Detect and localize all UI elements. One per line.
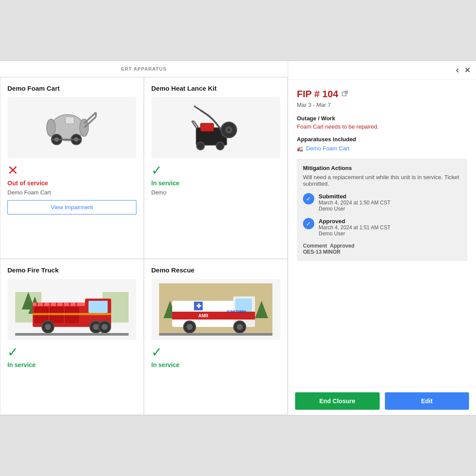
fip-date: Mar 3 - Mar 7 bbox=[297, 102, 467, 108]
svg-rect-1 bbox=[51, 123, 84, 132]
apparatus-link-text: Demo Foam Cart bbox=[306, 145, 350, 152]
detail-content: FIP # 104 Mar 3 - Mar 7 Outage / Work Fo… bbox=[288, 80, 476, 387]
svg-rect-12 bbox=[65, 117, 74, 124]
comment-value: Approved bbox=[330, 243, 354, 249]
svg-point-46 bbox=[93, 324, 99, 330]
heat-lance-status-icon: ✓ bbox=[151, 163, 162, 178]
fip-number: FIP # 104 bbox=[297, 88, 338, 100]
rescue-image: ✚ AMR AMBULANCE bbox=[151, 279, 280, 340]
card-title-foam-cart: Demo Foam Cart bbox=[7, 85, 60, 92]
svg-text:AMR: AMR bbox=[198, 313, 209, 318]
foam-cart-svg bbox=[44, 104, 100, 152]
svg-point-19 bbox=[197, 142, 204, 150]
mitigation-title: Mitigation Actions bbox=[303, 165, 461, 171]
foam-cart-subtitle: Demo Foam Cart bbox=[7, 189, 51, 196]
svg-point-20 bbox=[216, 142, 224, 150]
fire-truck-image bbox=[7, 279, 136, 340]
timeline-approved: ✓ Approved March 4, 2024 at 1:51 AM CST … bbox=[303, 218, 461, 237]
svg-line-18 bbox=[194, 106, 201, 110]
svg-point-65 bbox=[237, 324, 243, 330]
external-link-icon[interactable] bbox=[342, 91, 348, 98]
approved-check-icon: ✓ bbox=[303, 218, 314, 229]
fire-truck-svg bbox=[15, 283, 129, 336]
modal-container: ERT APPARATUS Demo Foam Cart bbox=[0, 61, 476, 415]
foam-cart-status-text: Out of service bbox=[7, 180, 48, 187]
apparatus-card-foam-cart: Demo Foam Cart bbox=[0, 77, 144, 259]
svg-point-48 bbox=[102, 324, 108, 330]
close-button[interactable]: ✕ bbox=[464, 65, 471, 76]
end-closure-button[interactable]: End Closure bbox=[295, 392, 380, 410]
submitted-date: March 4, 2024 at 1:50 AM CST bbox=[319, 200, 391, 206]
detail-panel: ‹ ✕ FIP # 104 Mar 3 - Mar 7 Outage / Wor… bbox=[288, 61, 476, 415]
card-title-heat-lance: Demo Heat Lance Kit bbox=[151, 85, 217, 92]
submitted-check-icon: ✓ bbox=[303, 193, 314, 204]
comment-label: Comment bbox=[303, 243, 327, 249]
rescue-svg: ✚ AMR AMBULANCE bbox=[159, 283, 272, 336]
mitigation-text: Will need a replacement unit while this … bbox=[303, 174, 461, 187]
svg-text:✚: ✚ bbox=[196, 303, 201, 309]
svg-rect-30 bbox=[88, 301, 108, 313]
apparatus-link[interactable]: 🚛 Demo Foam Cart bbox=[297, 145, 467, 152]
truck-icon: 🚛 bbox=[297, 146, 303, 152]
heat-lance-status-text: In service bbox=[151, 180, 180, 187]
mitigation-box: Mitigation Actions Will need a replaceme… bbox=[297, 159, 467, 261]
approved-label: Approved bbox=[319, 218, 391, 224]
modal-title: ERT APPARATUS bbox=[121, 66, 167, 71]
rescue-status-icon: ✓ bbox=[151, 344, 162, 360]
approved-date: March 4, 2024 at 1:51 AM CST bbox=[319, 224, 391, 231]
card-title-fire-truck: Demo Fire Truck bbox=[7, 266, 59, 274]
detail-footer: End Closure Edit bbox=[288, 387, 476, 415]
detail-header: ‹ ✕ bbox=[288, 61, 476, 80]
view-impairment-button[interactable]: View Impairment bbox=[7, 200, 136, 214]
svg-rect-14 bbox=[201, 123, 214, 131]
foam-cart-image bbox=[7, 97, 136, 158]
comment-section: Comment Approved OES-13 MINOR bbox=[303, 243, 461, 255]
heat-lance-svg bbox=[187, 104, 244, 152]
approved-user: Demo User bbox=[319, 231, 391, 237]
modal-header: ERT APPARATUS bbox=[0, 61, 288, 77]
timeline-submitted: ✓ Submitted March 4, 2024 at 1:50 AM CST… bbox=[303, 193, 461, 212]
apparatus-card-fire-truck: Demo Fire Truck bbox=[0, 259, 144, 415]
svg-rect-31 bbox=[33, 303, 85, 306]
submitted-label: Submitted bbox=[319, 193, 391, 200]
apparatus-card-rescue: Demo Rescue bbox=[144, 259, 288, 415]
submitted-user: Demo User bbox=[319, 206, 391, 212]
apparatuses-label: Apparatuses included bbox=[297, 136, 467, 143]
edit-button[interactable]: Edit bbox=[385, 392, 469, 410]
apparatus-list-panel: ERT APPARATUS Demo Foam Cart bbox=[0, 61, 288, 415]
svg-point-63 bbox=[187, 324, 193, 330]
heat-lance-image bbox=[151, 97, 280, 158]
svg-rect-55 bbox=[235, 299, 252, 312]
svg-point-2 bbox=[47, 119, 55, 136]
foam-cart-status-icon: ✕ bbox=[7, 163, 18, 178]
svg-rect-42 bbox=[33, 313, 111, 315]
svg-rect-66 bbox=[159, 333, 272, 336]
apparatus-card-heat-lance: Demo Heat Lance Kit bbox=[144, 77, 288, 259]
back-button[interactable]: ‹ bbox=[456, 65, 459, 76]
fire-truck-status-text: In service bbox=[7, 361, 36, 368]
svg-point-17 bbox=[228, 129, 230, 131]
card-title-rescue: Demo Rescue bbox=[151, 266, 194, 274]
rescue-status-text: In service bbox=[151, 361, 180, 368]
svg-rect-49 bbox=[15, 333, 129, 336]
svg-text:AMBULANCE: AMBULANCE bbox=[227, 310, 246, 313]
svg-point-44 bbox=[45, 324, 51, 330]
comment-sub: OES-13 MINOR bbox=[303, 249, 340, 255]
outage-value: Foam Cart needs to be repaired. bbox=[297, 123, 467, 130]
heat-lance-subtitle: Demo bbox=[151, 189, 167, 196]
outage-label: Outage / Work bbox=[297, 115, 467, 122]
fip-title-row: FIP # 104 bbox=[297, 88, 467, 100]
apparatus-grid: Demo Foam Cart bbox=[0, 77, 288, 415]
fire-truck-status-icon: ✓ bbox=[7, 344, 18, 360]
